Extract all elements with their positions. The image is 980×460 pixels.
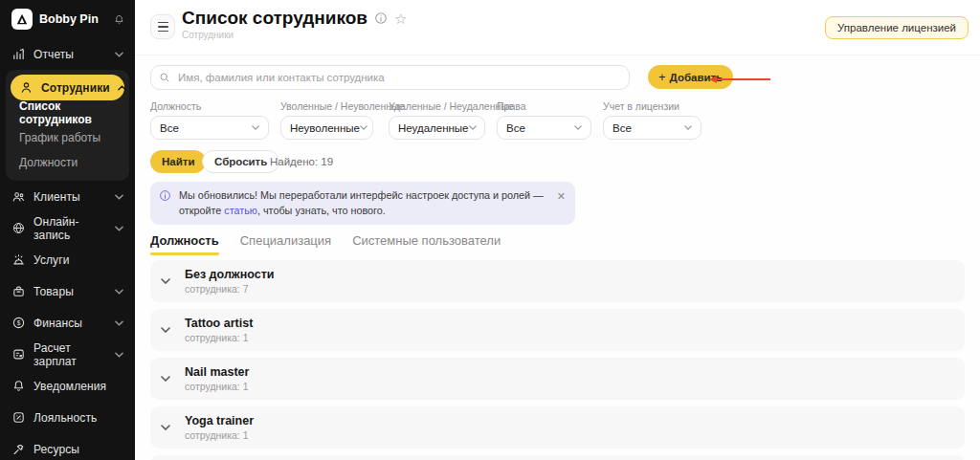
tab-position[interactable]: Должность	[150, 233, 219, 255]
filter-rights: Права Все	[497, 100, 591, 140]
list-item-nail-master[interactable]: Nail master сотрудника: 1	[150, 358, 965, 400]
calculator-icon	[11, 347, 26, 361]
chevron-down-icon	[161, 376, 170, 382]
position-title: Yoga trainer	[185, 414, 254, 427]
banner-close-icon[interactable]: ✕	[557, 189, 566, 205]
sidebar-item-label: Уведомления	[33, 380, 123, 393]
position-title: Без должности	[185, 268, 274, 281]
sidebar-nav: Отчеты Сотрудники Список сотрудников Гра…	[0, 38, 135, 460]
tab-system-users[interactable]: Системные пользователи	[352, 233, 501, 255]
bobby-pin-logo-icon	[11, 9, 33, 30]
svg-text:$: $	[17, 319, 21, 326]
position-count: сотрудника: 1	[185, 381, 249, 392]
list-item-partial[interactable]	[150, 455, 965, 460]
filter-label: Должность	[150, 100, 269, 112]
banner-text: , чтобы узнать, что нового.	[257, 205, 386, 216]
filter-position: Должность Все	[150, 100, 269, 140]
license-select[interactable]: Все	[603, 116, 702, 140]
reset-button[interactable]: Сбросить	[202, 150, 279, 173]
tab-specialization[interactable]: Специализация	[240, 233, 331, 255]
person-icon	[19, 80, 33, 95]
deleted-select[interactable]: Неудаленные	[389, 116, 485, 140]
breadcrumb: Сотрудники	[182, 30, 408, 40]
globe-icon	[11, 221, 26, 235]
info-icon[interactable]	[374, 11, 388, 25]
search-icon	[159, 72, 170, 83]
sidebar-item-label: Финансы	[33, 317, 107, 330]
chevron-down-icon	[684, 125, 692, 130]
filter-license: Учет в лицензии Все	[603, 100, 702, 140]
dollar-coin-icon: $	[11, 316, 26, 330]
license-management-button[interactable]: Управление лицензией	[825, 16, 969, 39]
position-count: сотрудника: 7	[185, 283, 274, 295]
sidebar-item-loyalty[interactable]: Лояльность	[0, 402, 135, 433]
chevron-down-icon	[115, 226, 123, 231]
select-value: Все	[612, 122, 632, 134]
page-header: Список сотрудников ☆ Сотрудники Управлен…	[135, 0, 980, 55]
search-input[interactable]	[150, 65, 630, 90]
menu-toggle-button[interactable]	[150, 14, 175, 39]
select-value: Неуволенные	[290, 122, 360, 134]
sidebar-item-label: Сотрудники	[41, 81, 110, 95]
sidebar-bell-icon[interactable]	[113, 13, 125, 26]
service-bell-icon	[11, 252, 26, 267]
sidebar-item-label: Услуги	[33, 253, 123, 267]
find-button[interactable]: Найти	[150, 150, 206, 173]
chevron-down-icon	[574, 125, 582, 130]
chevron-down-icon	[161, 327, 170, 333]
positions-list: Без должности сотрудника: 7 Tattoo artis…	[150, 260, 965, 460]
filter-deleted: Удаленные / Неудаленные Неудаленные	[389, 100, 485, 140]
sidebar-subitem-employee-list[interactable]: Список сотрудников	[6, 100, 129, 125]
found-count: Найдено: 19	[270, 156, 333, 167]
sidebar-subitem-positions[interactable]: Должности	[6, 150, 129, 175]
list-item-tattoo-artist[interactable]: Tattoo artist сотрудника: 1	[150, 309, 965, 351]
filter-label: Уволенные / Неуволенные	[280, 100, 373, 112]
dismissed-select[interactable]: Неуволенные	[280, 116, 373, 140]
sidebar-item-online-booking[interactable]: Онлайн-запись	[0, 212, 135, 244]
sidebar-item-payroll[interactable]: Расчет зарплат	[0, 339, 135, 370]
sidebar-item-clients[interactable]: Клиенты	[0, 181, 135, 212]
chevron-down-icon	[115, 52, 123, 57]
banner-article-link[interactable]: статью	[224, 205, 257, 216]
rights-select[interactable]: Все	[497, 116, 591, 140]
sidebar-item-services[interactable]: Услуги	[0, 244, 135, 275]
list-item-no-position[interactable]: Без должности сотрудника: 7	[150, 260, 965, 302]
favorite-star-icon[interactable]: ☆	[394, 11, 407, 26]
content: + Добавить Должность Все Уволенные / Неу…	[135, 55, 980, 460]
sidebar-item-finance[interactable]: $ Финансы	[0, 307, 135, 339]
plus-icon: +	[658, 70, 666, 84]
brand-name: Bobby Pin	[39, 12, 106, 26]
app-window: Bobby Pin Отчеты Сотрудн	[0, 0, 980, 460]
percent-icon	[11, 410, 26, 425]
sidebar-item-label: Онлайн-запись	[33, 215, 107, 242]
package-icon	[11, 284, 26, 298]
sidebar-item-label: Ресурсы	[33, 443, 123, 456]
sidebar-item-products[interactable]: Товары	[0, 275, 135, 307]
chevron-up-icon	[118, 85, 126, 91]
sidebar-subitem-work-schedule[interactable]: График работы	[6, 125, 129, 150]
chevron-down-icon	[161, 278, 170, 284]
sidebar-item-reports[interactable]: Отчеты	[0, 38, 135, 70]
sidebar-item-label: Отчеты	[33, 48, 107, 61]
brand-header: Bobby Pin	[0, 0, 135, 38]
hammer-icon	[11, 442, 26, 456]
sidebar-item-label: Товары	[33, 285, 107, 298]
sidebar-group-employees: Сотрудники Список сотрудников График раб…	[6, 70, 129, 181]
position-title: Nail master	[185, 365, 249, 379]
position-count: сотрудника: 1	[185, 332, 253, 343]
sidebar-item-label: Лояльность	[33, 411, 123, 425]
chevron-down-icon	[360, 125, 368, 130]
chevron-down-icon	[252, 125, 259, 130]
chevron-down-icon	[115, 352, 123, 358]
position-title: Tattoo artist	[185, 317, 253, 330]
list-item-yoga-trainer[interactable]: Yoga trainer сотрудника: 1	[150, 406, 965, 449]
chevron-down-icon	[115, 194, 123, 200]
sidebar: Bobby Pin Отчеты Сотрудн	[0, 0, 135, 460]
sidebar-item-notifications[interactable]: Уведомления	[0, 370, 135, 402]
sidebar-item-employees[interactable]: Сотрудники	[11, 75, 124, 100]
filter-label: Удаленные / Неудаленные	[389, 100, 485, 112]
sidebar-item-resources[interactable]: Ресурсы	[0, 433, 135, 460]
tab-bar: Должность Специализация Системные пользо…	[150, 233, 501, 255]
bell-icon	[11, 379, 26, 393]
position-select[interactable]: Все	[150, 116, 269, 140]
